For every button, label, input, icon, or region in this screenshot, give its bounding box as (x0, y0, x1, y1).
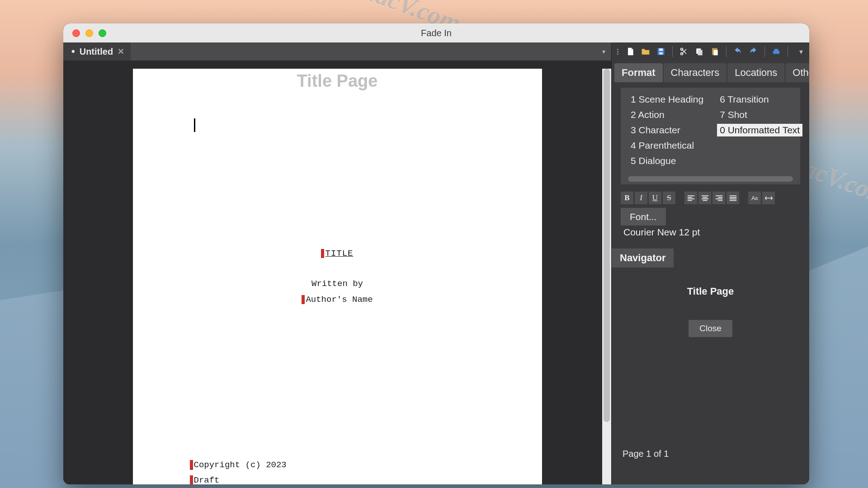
placeholder-marker-icon (190, 475, 193, 484)
element-list-hscroll[interactable] (628, 176, 793, 182)
draft-field[interactable]: Draft (190, 473, 287, 484)
element-shot[interactable]: 7 Shot (717, 108, 802, 121)
page-header-label: Title Page (133, 69, 542, 91)
align-center-icon (701, 195, 709, 202)
navigator-close-button[interactable]: Close (689, 320, 732, 337)
document-tab-untitled[interactable]: • Untitled ✕ (63, 42, 131, 61)
tab-overflow-button[interactable]: ▾ (596, 48, 611, 55)
element-action[interactable]: 2 Action (628, 108, 706, 121)
tab-locations[interactable]: Locations (727, 63, 784, 82)
text-case-button[interactable]: Aa (748, 192, 761, 204)
toolbar-separator (788, 46, 788, 57)
tab-format[interactable]: Format (614, 63, 663, 82)
find-button[interactable] (769, 45, 783, 58)
file-new-icon (626, 47, 635, 56)
align-right-icon (715, 195, 723, 202)
author-placeholder-text: Author's Name (306, 295, 373, 305)
svg-rect-2 (659, 52, 663, 55)
vertical-scrollbar[interactable] (602, 69, 611, 484)
character-spacing-button[interactable] (762, 192, 775, 204)
placeholder-marker-icon (302, 295, 305, 304)
written-by-label: Written by (133, 279, 542, 289)
copyright-text: Copyright (c) 2023 (194, 457, 287, 473)
svg-rect-6 (698, 50, 703, 56)
cut-button[interactable] (677, 45, 691, 58)
navigator-body: Title Page Close (612, 267, 809, 449)
editor-column: • Untitled ✕ ▾ Title Page TITLE Written … (63, 42, 611, 484)
draft-text: Draft (194, 473, 220, 484)
italic-button[interactable]: I (635, 192, 647, 204)
navigator-title-page[interactable]: Title Page (621, 286, 800, 297)
placeholder-marker-icon (190, 460, 193, 470)
text-caret (194, 118, 195, 132)
open-document-button[interactable] (639, 45, 652, 58)
element-list: 1 Scene Heading2 Action3 Character4 Pare… (621, 88, 800, 184)
font-picker-button[interactable]: Font... (621, 208, 666, 225)
placeholder-marker-icon (321, 249, 324, 258)
element-parenthetical[interactable]: 4 Parenthetical (628, 139, 706, 152)
undo-button[interactable] (731, 45, 745, 58)
font-block: Font... Courier New 12 pt (621, 211, 800, 240)
new-document-button[interactable] (623, 45, 637, 58)
bold-button[interactable]: B (621, 192, 633, 204)
redo-arrow-icon (749, 47, 758, 56)
title-placeholder-text: TITLE (325, 249, 353, 258)
page-footer-fields: Copyright (c) 2023 Draft (190, 457, 287, 484)
window-title: Fade In (63, 28, 809, 38)
editor-viewport: Title Page TITLE Written by Author's Nam… (63, 61, 611, 484)
title-field[interactable]: TITLE (133, 249, 542, 258)
element-dialogue[interactable]: 5 Dialogue (628, 155, 706, 167)
save-document-button[interactable] (654, 45, 668, 58)
redo-button[interactable] (746, 45, 760, 58)
folder-open-icon (641, 47, 650, 56)
tab-other[interactable]: Other (785, 63, 809, 82)
element-character[interactable]: 3 Character (628, 124, 706, 136)
element-scene-heading[interactable]: 1 Scene Heading (628, 93, 706, 106)
toolbar-grip-icon (615, 49, 620, 55)
align-left-icon (687, 195, 695, 202)
document-tab-label: Untitled (80, 47, 113, 57)
hspacing-icon (765, 195, 773, 202)
toolbar-overflow-button[interactable]: ▾ (797, 47, 806, 56)
save-floppy-icon (656, 47, 665, 56)
clipboard-paste-icon (710, 47, 719, 56)
align-justify-button[interactable] (726, 192, 739, 204)
close-tab-icon[interactable]: ✕ (118, 47, 124, 56)
copyright-field[interactable]: Copyright (c) 2023 (190, 457, 287, 473)
font-description: Courier New 12 pt (623, 227, 800, 238)
element-unformatted-text[interactable]: 0 Unformatted Text (717, 124, 802, 136)
align-right-button[interactable] (712, 192, 725, 204)
document-page[interactable]: Title Page TITLE Written by Author's Nam… (133, 69, 542, 484)
svg-rect-8 (714, 50, 718, 56)
binoculars-icon (772, 47, 781, 56)
app-window: Fade In • Untitled ✕ ▾ Title Page TITLE (63, 23, 809, 484)
copy-pages-icon (695, 47, 704, 56)
scissors-icon (679, 47, 689, 56)
text-format-row: B I U S Aa (621, 192, 800, 204)
document-tabbar: • Untitled ✕ ▾ (63, 42, 611, 61)
toolbar-separator (764, 46, 765, 57)
author-field[interactable]: Author's Name (133, 295, 542, 305)
toolbar-separator (672, 46, 673, 57)
navigator-header: Navigator (612, 249, 674, 267)
scrollbar-thumb[interactable] (604, 69, 610, 422)
element-transition[interactable]: 6 Transition (717, 93, 802, 106)
undo-arrow-icon (733, 47, 742, 56)
tab-characters[interactable]: Characters (664, 63, 727, 82)
titlebar: Fade In (63, 23, 809, 42)
svg-rect-1 (659, 48, 663, 51)
inspector-tabs: Format Characters Locations Other (612, 61, 809, 82)
paste-button[interactable] (708, 45, 722, 58)
align-left-button[interactable] (684, 192, 697, 204)
toolbar-separator (726, 46, 726, 57)
underline-button[interactable]: U (649, 192, 661, 204)
page-status: Page 1 of 1 (612, 449, 809, 484)
align-center-button[interactable] (698, 192, 711, 204)
copy-button[interactable] (693, 45, 706, 58)
align-justify-icon (729, 195, 737, 202)
toolbar: ▾ (612, 42, 809, 61)
inspector-panel: ▾ Format Characters Locations Other 1 Sc… (611, 42, 809, 484)
strikethrough-button[interactable]: S (663, 192, 675, 204)
svg-rect-11 (774, 49, 778, 51)
